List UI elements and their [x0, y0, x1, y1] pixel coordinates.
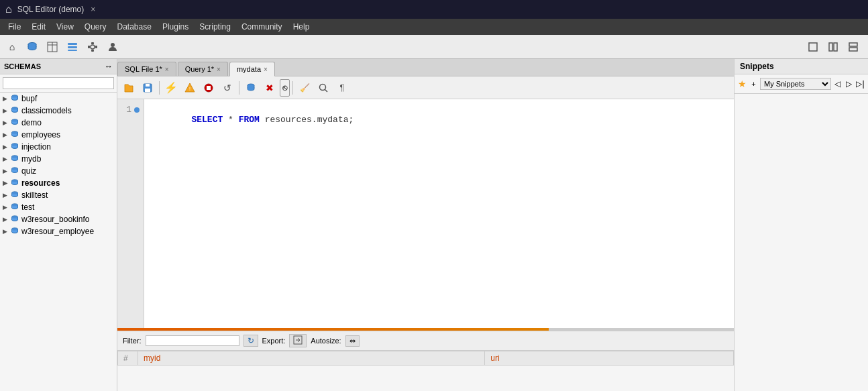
toolbar-settings-btn[interactable]: [83, 38, 102, 56]
schema-label-classicmodels: classicmodels: [21, 106, 72, 115]
export-label: Export:: [262, 337, 286, 345]
filter-input[interactable]: [146, 335, 239, 346]
schema-label-injection: injection: [21, 142, 51, 152]
db-icon-w3resour_employee: [10, 227, 19, 236]
snippets-title: Snippets: [740, 62, 774, 71]
svg-rect-13: [809, 43, 817, 51]
svg-rect-7: [91, 42, 94, 44]
svg-rect-15: [834, 43, 837, 51]
cancel-btn[interactable]: ✖: [261, 79, 278, 97]
layout-single-btn[interactable]: [804, 38, 822, 56]
layout-split-v-btn[interactable]: [844, 38, 863, 56]
query-toolbar: ⚡ ! ↺ ✖ ⎋ 🧹 ¶: [117, 76, 734, 99]
tab-query1[interactable]: Query 1* ×: [178, 62, 228, 76]
menu-edit[interactable]: Edit: [26, 20, 51, 34]
sidebar-item-mydb[interactable]: ▶ mydb: [0, 153, 117, 165]
tab-sqlfile[interactable]: SQL File 1* ×: [117, 62, 176, 76]
tab-query1-close[interactable]: ×: [217, 66, 221, 73]
svg-rect-31: [146, 84, 150, 87]
svg-line-38: [325, 89, 328, 92]
save-btn[interactable]: [139, 79, 156, 97]
schema-label-mydb: mydb: [21, 154, 41, 164]
snippets-toolbar: ★ + My Snippets Shared Snippets ◁ ▷ ▷|: [735, 74, 868, 94]
explain-btn[interactable]: !: [181, 79, 199, 97]
schema-arrow-employees: ▶: [3, 131, 7, 138]
sidebar-item-classicmodels[interactable]: ▶ classicmodels: [0, 105, 117, 117]
line-number-1: 1: [121, 105, 140, 115]
sidebar-item-test[interactable]: ▶ test: [0, 201, 117, 213]
run-query-btn[interactable]: ⚡: [162, 79, 180, 97]
db-select-btn[interactable]: [242, 79, 260, 97]
filter-label: Filter:: [123, 337, 142, 345]
open-file-btn[interactable]: [120, 79, 138, 97]
sidebar-item-skilltest[interactable]: ▶ skilltest: [0, 189, 117, 201]
toolbar-schema-btn[interactable]: [63, 38, 82, 56]
snippets-dropdown[interactable]: My Snippets Shared Snippets: [760, 78, 831, 90]
svg-rect-4: [68, 43, 77, 45]
toolbar-table-btn[interactable]: [43, 38, 62, 56]
schema-search-input[interactable]: [3, 77, 114, 89]
export-btn[interactable]: [289, 334, 307, 347]
schema-arrow-mydb: ▶: [3, 156, 7, 162]
snippet-add-btn[interactable]: +: [749, 76, 759, 91]
title-bar: ⌂ SQL Editor (demo) ×: [0, 0, 868, 19]
snippet-star-btn[interactable]: ★: [737, 76, 747, 91]
svg-point-12: [111, 43, 115, 47]
code-content[interactable]: SELECT * FROM resources.mydata;: [144, 99, 734, 328]
menu-community[interactable]: Community: [236, 20, 288, 34]
format-btn[interactable]: ¶: [333, 79, 351, 97]
snippet-next-btn[interactable]: ▷: [844, 76, 854, 91]
tab-sqlfile-label: SQL File 1*: [125, 65, 162, 73]
menu-help[interactable]: Help: [288, 20, 315, 34]
sidebar-item-w3resour_employee[interactable]: ▶ w3resour_employee: [0, 225, 117, 237]
menu-scripting[interactable]: Scripting: [194, 20, 236, 34]
svg-point-37: [320, 84, 326, 90]
sidebar-collapse-icon[interactable]: ↔: [105, 62, 113, 71]
menu-plugins[interactable]: Plugins: [157, 20, 194, 34]
tab-mydata-close[interactable]: ×: [264, 66, 268, 73]
svg-rect-5: [68, 46, 77, 48]
snippet-prev-btn[interactable]: ◁: [832, 76, 843, 91]
snippet-last-btn[interactable]: ▷|: [855, 76, 865, 91]
layout-split-h-btn[interactable]: [824, 38, 843, 56]
sidebar-item-resources[interactable]: ▶ resources: [0, 177, 117, 189]
filter-refresh-btn[interactable]: ↻: [243, 335, 258, 347]
menu-file[interactable]: File: [3, 20, 26, 34]
sidebar-item-demo[interactable]: ▶ demo: [0, 117, 117, 129]
schema-arrow-w3resour_bookinfo: ▶: [3, 216, 7, 223]
svg-rect-16: [849, 43, 857, 46]
tab-sqlfile-close[interactable]: ×: [165, 66, 169, 73]
schemas-header: SCHEMAS ↔: [0, 59, 117, 74]
home-icon: ⌂: [5, 3, 12, 15]
sidebar-item-employees[interactable]: ▶ employees: [0, 129, 117, 141]
col-header-num: #: [118, 351, 138, 366]
title-close-btn[interactable]: ×: [91, 5, 95, 14]
sidebar-item-w3resour_bookinfo[interactable]: ▶ w3resour_bookinfo: [0, 213, 117, 225]
stop-btn[interactable]: [200, 79, 217, 97]
svg-rect-10: [95, 46, 97, 48]
clear-btn[interactable]: 🧹: [296, 79, 313, 97]
snippets-panel: Snippets ★ + My Snippets Shared Snippets…: [734, 59, 868, 391]
sidebar-item-quiz[interactable]: ▶ quiz: [0, 165, 117, 177]
sidebar-item-bupf[interactable]: ▶ bupf: [0, 93, 117, 105]
toolbar-db-btn[interactable]: [23, 38, 42, 56]
svg-text:!: !: [189, 87, 191, 91]
schema-arrow-test: ▶: [3, 204, 7, 211]
col-header-uri: uri: [485, 351, 734, 366]
schema-arrow-quiz: ▶: [3, 168, 7, 174]
menu-view[interactable]: View: [51, 20, 79, 34]
menu-database[interactable]: Database: [112, 20, 157, 34]
menu-query[interactable]: Query: [79, 20, 112, 34]
toolbar-user-btn[interactable]: [103, 38, 122, 56]
menu-bar: File Edit View Query Database Plugins Sc…: [0, 19, 868, 35]
svg-point-11: [91, 45, 95, 49]
sidebar-item-injection[interactable]: ▶ injection: [0, 141, 117, 153]
commit-btn[interactable]: ⎋: [280, 79, 290, 97]
toolbar-home-btn[interactable]: ⌂: [3, 38, 21, 56]
schema-arrow-demo: ▶: [3, 119, 7, 126]
autosize-btn[interactable]: ⇔: [345, 335, 360, 347]
app-title: SQL Editor (demo): [17, 5, 85, 14]
reconnect-btn[interactable]: ↺: [219, 79, 236, 97]
zoom-btn[interactable]: [315, 79, 332, 97]
tab-mydata[interactable]: mydata ×: [229, 62, 275, 76]
